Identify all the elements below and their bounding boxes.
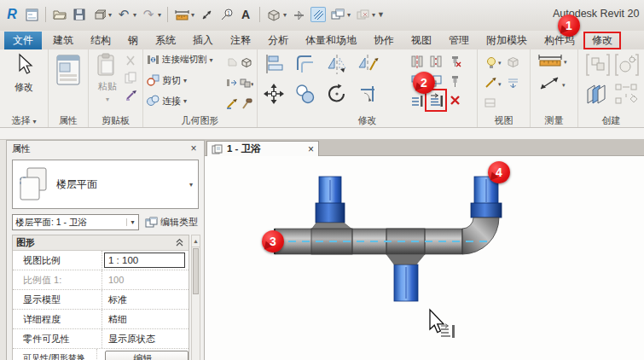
demolish-icon[interactable] <box>241 98 252 109</box>
property-row-display-model: 显示模型 标准 <box>13 290 189 310</box>
close-hidden-windows-icon[interactable] <box>355 7 370 22</box>
delete-icon[interactable] <box>445 90 464 110</box>
open-icon[interactable] <box>52 7 67 22</box>
type-selector-caret-icon[interactable]: ▾ <box>189 181 193 189</box>
properties-close-icon[interactable]: × <box>188 141 200 156</box>
reveal-hidden-icon[interactable]: ▾ <box>484 55 507 69</box>
move-icon[interactable] <box>263 83 285 105</box>
trim-extend-corner-icon[interactable] <box>357 83 380 105</box>
tab-architecture[interactable]: 建筑 <box>44 32 82 49</box>
tag-by-category-icon[interactable]: 1 <box>218 7 234 22</box>
cut-to-clipboard-icon[interactable] <box>125 55 137 67</box>
mirror-draw-axis-icon[interactable] <box>357 53 380 75</box>
sync-with-central-icon[interactable] <box>91 7 107 22</box>
tab-massing-site[interactable]: 体量和场地 <box>297 32 365 49</box>
tab-view[interactable]: 视图 <box>403 32 440 49</box>
tee-fitting-up[interactable] <box>311 223 352 254</box>
redo-icon[interactable]: ↷ <box>141 7 156 22</box>
edit-type-button[interactable]: 编辑类型 <box>143 214 200 230</box>
offset-icon[interactable] <box>294 53 316 75</box>
wall-joins-icon[interactable] <box>226 78 238 88</box>
modify-cursor-icon[interactable] <box>15 53 33 75</box>
create-similar-icon[interactable] <box>614 53 640 83</box>
text-icon[interactable]: A <box>238 7 253 22</box>
split-element-icon[interactable] <box>408 51 426 71</box>
modify-tool-label[interactable]: 修改 <box>0 81 48 94</box>
tab-systems[interactable]: 系统 <box>147 32 184 49</box>
instance-selector[interactable]: 楼层平面: 1 - 卫浴 ▾ <box>12 214 139 230</box>
mirror-pick-axis-icon[interactable] <box>326 53 348 75</box>
tab-analyze[interactable]: 分析 <box>259 32 297 49</box>
split-with-gap-icon[interactable] <box>426 51 445 71</box>
array-icon[interactable]: 2 <box>426 90 445 110</box>
scroll-up-icon[interactable]: ▲ <box>192 235 200 247</box>
instance-selector-caret-icon[interactable]: ▾ <box>126 218 138 226</box>
properties-palette: 属性 × 楼层平面 ▾ 楼层平面: 1 - 卫浴 ▾ 编辑类型 图形 <box>6 140 205 360</box>
thin-lines-icon[interactable] <box>310 7 326 22</box>
copy-icon[interactable] <box>294 83 316 105</box>
pipe-riser-left[interactable] <box>316 177 345 223</box>
unpin-icon[interactable] <box>445 51 464 71</box>
revit-logo-icon[interactable]: R <box>4 7 20 22</box>
type-selector[interactable]: 楼层平面 ▾ <box>12 160 199 209</box>
measure-distance-icon[interactable]: ▾ <box>537 54 570 67</box>
properties-button[interactable] <box>56 55 80 85</box>
aligned-dimension-icon[interactable] <box>199 7 214 22</box>
create-parts-icon[interactable] <box>614 83 640 113</box>
drawing-canvas[interactable]: 3 4 <box>205 156 644 360</box>
linework-icon[interactable]: ▾ <box>484 77 507 90</box>
tab-steel[interactable]: 钢 <box>119 32 147 49</box>
pipe-riser-bottom[interactable] <box>394 264 418 301</box>
mouse-cursor <box>423 308 461 344</box>
cope-icon[interactable]: ▾ <box>240 78 253 88</box>
view-tab-close-icon[interactable]: × <box>308 143 314 155</box>
select-panel-label[interactable]: 选择 ▾ <box>0 114 48 127</box>
detail-level-value[interactable]: 精细 <box>102 310 189 328</box>
tab-manage[interactable]: 管理 <box>440 32 478 49</box>
tab-structure[interactable]: 结构 <box>82 32 119 49</box>
tee-fitting-down[interactable] <box>386 229 425 264</box>
tab-annotate[interactable]: 注释 <box>222 32 259 49</box>
create-group-icon[interactable] <box>585 53 611 83</box>
tab-collaborate[interactable]: 协作 <box>365 32 403 49</box>
display-model-value[interactable]: 标准 <box>102 290 189 309</box>
beam-cutback-icon[interactable] <box>227 57 238 67</box>
section-icon[interactable] <box>291 7 306 22</box>
measure-icon[interactable] <box>174 7 189 22</box>
show-related-warnings-icon[interactable] <box>241 57 252 68</box>
undo-icon[interactable]: ↶ <box>116 7 131 22</box>
property-grid: 图形 视图比例 1 : 100 比例值 1: 100 显示模型 标准 详细程度 … <box>12 235 189 360</box>
section-graphics[interactable]: 图形 <box>13 235 189 251</box>
properties-scrollbar[interactable]: ▲ <box>191 235 200 360</box>
view-area: 1 - 卫浴 × <box>205 140 644 360</box>
customize-qat-icon[interactable]: ▼ <box>377 10 385 19</box>
default-3d-view-icon[interactable] <box>266 7 281 22</box>
save-icon[interactable] <box>72 7 87 22</box>
scrollbar-thumb[interactable] <box>193 248 199 294</box>
rotate-icon[interactable] <box>326 83 348 105</box>
underlay-icon[interactable] <box>507 77 525 89</box>
elbow-fitting[interactable] <box>462 218 499 254</box>
properties-panel-label[interactable]: 属性 <box>49 114 88 127</box>
align-icon[interactable] <box>263 53 285 75</box>
tab-file[interactable]: 文件 <box>4 32 42 49</box>
cut-profile-icon[interactable] <box>484 98 507 108</box>
tab-modify[interactable]: 修改 1 <box>583 32 621 49</box>
copy-to-clipboard-icon[interactable] <box>125 72 137 84</box>
properties-window-icon[interactable] <box>24 7 39 22</box>
visibility-overrides-edit-button[interactable]: 编辑... <box>105 351 189 360</box>
paste-button[interactable] <box>96 53 116 77</box>
annotation-badge-3: 3 <box>262 230 284 253</box>
view-tab[interactable]: 1 - 卫浴 × <box>206 141 319 156</box>
measure-between-refs-icon[interactable]: ▾ <box>537 75 570 92</box>
parts-visibility-value[interactable]: 显示原状态 <box>102 329 189 348</box>
match-type-properties-icon[interactable] <box>125 89 137 102</box>
switch-windows-icon[interactable] <box>330 7 345 22</box>
tab-addins[interactable]: 附加模块 <box>478 32 536 49</box>
render-box-icon[interactable] <box>507 56 525 68</box>
collapse-section-icon[interactable] <box>176 238 183 247</box>
tab-insert[interactable]: 插入 <box>184 32 222 49</box>
create-assembly-icon[interactable] <box>584 83 612 113</box>
paint-icon[interactable] <box>226 98 238 109</box>
pin-icon[interactable] <box>445 71 464 90</box>
